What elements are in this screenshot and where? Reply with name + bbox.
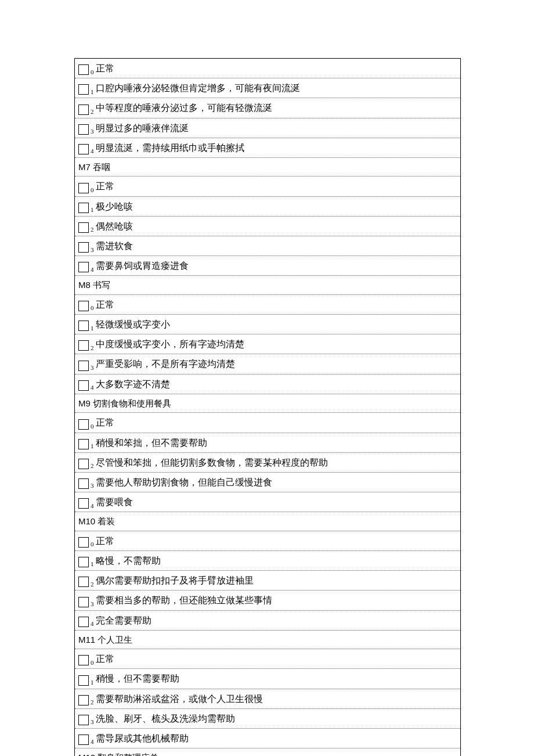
option-label: 稍慢，但不需要帮助	[96, 671, 179, 686]
checkbox[interactable]	[78, 597, 89, 607]
option-label: 正常	[96, 178, 114, 194]
option-index: 0	[91, 657, 94, 668]
checkbox[interactable]	[78, 84, 89, 95]
option-index: 4	[91, 264, 94, 275]
option-row: 0正常	[75, 531, 460, 551]
option-row: 3需要相当多的帮助，但还能独立做某些事情	[75, 591, 460, 610]
checkbox[interactable]	[78, 340, 89, 351]
option-index: 1	[91, 441, 94, 452]
option-index: 3	[91, 480, 94, 491]
checkbox[interactable]	[78, 242, 89, 253]
option-index: 2	[91, 697, 94, 708]
option-label: 需要喂食	[96, 494, 133, 510]
option-row: 3需进软食	[75, 236, 460, 256]
option-label: 略慢，不需帮助	[96, 553, 161, 568]
section-header: M12 翻身和整理床单	[75, 748, 460, 756]
option-index: 1	[91, 87, 94, 98]
option-row: 2尽管慢和笨拙，但能切割多数食物，需要某种程度的帮助	[75, 453, 460, 473]
option-label: 正常	[96, 533, 114, 549]
checkbox[interactable]	[78, 478, 89, 489]
option-label: 严重受影响，不是所有字迹均清楚	[96, 356, 235, 372]
checkbox[interactable]	[78, 459, 89, 469]
checkbox[interactable]	[78, 144, 89, 154]
option-index: 0	[91, 185, 94, 196]
option-row: 1稍慢，但不需要帮助	[75, 669, 460, 689]
option-row: 0正常	[75, 649, 460, 669]
option-index: 1	[91, 323, 94, 334]
option-row: 1稍慢和笨拙，但不需要帮助	[75, 433, 460, 453]
checkbox[interactable]	[78, 557, 89, 567]
option-index: 4	[91, 618, 94, 629]
checkbox[interactable]	[78, 321, 89, 331]
checkbox[interactable]	[78, 617, 89, 627]
option-index: 0	[91, 421, 94, 432]
checkbox[interactable]	[78, 498, 89, 509]
option-label: 需导尿或其他机械帮助	[96, 730, 189, 746]
option-label: 正常	[96, 297, 114, 312]
checkbox[interactable]	[78, 537, 89, 548]
option-row: 1极少呛咳	[75, 197, 460, 217]
option-label: 轻微缓慢或字变小	[96, 316, 170, 332]
checkbox[interactable]	[78, 735, 89, 745]
checkbox[interactable]	[78, 361, 89, 371]
option-index: 4	[91, 501, 94, 512]
option-label: 需要鼻饲或胃造瘘进食	[96, 258, 189, 273]
option-row: 2需要帮助淋浴或盆浴，或做个人卫生很慢	[75, 689, 460, 709]
checkbox[interactable]	[78, 655, 89, 665]
checkbox[interactable]	[78, 124, 89, 135]
option-label: 正常	[96, 415, 114, 430]
section-header: M9 切割食物和使用餐具	[75, 394, 460, 413]
option-index: 4	[91, 146, 94, 157]
checkbox[interactable]	[78, 301, 89, 311]
option-row: 3明显过多的唾液伴流涎	[75, 118, 460, 138]
option-index: 2	[91, 106, 94, 117]
option-index: 3	[91, 244, 94, 255]
checkbox[interactable]	[78, 105, 89, 115]
option-row: 4明显流涎，需持续用纸巾或手帕擦拭	[75, 138, 460, 158]
option-row: 2中度缓慢或字变小，所有字迹均清楚	[75, 334, 460, 354]
option-index: 3	[91, 362, 94, 373]
checkbox[interactable]	[78, 262, 89, 272]
checkbox[interactable]	[78, 64, 89, 75]
checkbox[interactable]	[78, 695, 89, 705]
option-label: 洗脸、刷牙、梳头及洗澡均需帮助	[96, 711, 235, 726]
option-index: 3	[91, 126, 94, 137]
option-label: 需要他人帮助切割食物，但能自己缓慢进食	[96, 474, 272, 490]
option-label: 偶然呛咳	[96, 218, 133, 234]
option-index: 1	[91, 559, 94, 570]
option-row: 3严重受影响，不是所有字迹均清楚	[75, 354, 460, 374]
option-index: 2	[91, 579, 94, 590]
checkbox[interactable]	[78, 675, 89, 686]
option-index: 4	[91, 736, 94, 747]
option-row: 1略慢，不需帮助	[75, 551, 460, 571]
option-index: 2	[91, 343, 94, 354]
option-row: 1口腔内唾液分泌轻微但肯定增多，可能有夜间流涎	[75, 78, 460, 98]
option-label: 正常	[96, 60, 114, 76]
assessment-form: 0正常1口腔内唾液分泌轻微但肯定增多，可能有夜间流涎2中等程度的唾液分泌过多，可…	[74, 58, 461, 756]
option-label: 正常	[96, 651, 114, 667]
option-label: 尽管慢和笨拙，但能切割多数食物，需要某种程度的帮助	[96, 455, 328, 470]
option-label: 需要相当多的帮助，但还能独立做某些事情	[96, 592, 272, 608]
option-index: 0	[91, 539, 94, 550]
option-row: 2偶然呛咳	[75, 217, 460, 236]
option-row: 0正常	[75, 177, 460, 196]
checkbox[interactable]	[78, 380, 89, 391]
option-label: 明显流涎，需持续用纸巾或手帕擦拭	[96, 140, 244, 156]
checkbox[interactable]	[78, 419, 89, 430]
checkbox[interactable]	[78, 203, 89, 213]
option-label: 需要帮助淋浴或盆浴，或做个人卫生很慢	[96, 691, 263, 707]
option-row: 3需要他人帮助切割食物，但能自己缓慢进食	[75, 473, 460, 492]
checkbox[interactable]	[78, 439, 89, 449]
section-header: M8 书写	[75, 276, 460, 295]
option-row: 2中等程度的唾液分泌过多，可能有轻微流涎	[75, 98, 460, 118]
option-row: 3洗脸、刷牙、梳头及洗澡均需帮助	[75, 709, 460, 729]
checkbox[interactable]	[78, 715, 89, 725]
checkbox[interactable]	[78, 222, 89, 233]
option-label: 稍慢和笨拙，但不需要帮助	[96, 435, 207, 451]
checkbox[interactable]	[78, 577, 89, 587]
option-index: 3	[91, 599, 94, 610]
checkbox[interactable]	[78, 183, 89, 193]
section-header: M10 着装	[75, 512, 460, 531]
option-label: 需进软食	[96, 238, 133, 254]
option-index: 4	[91, 382, 94, 393]
